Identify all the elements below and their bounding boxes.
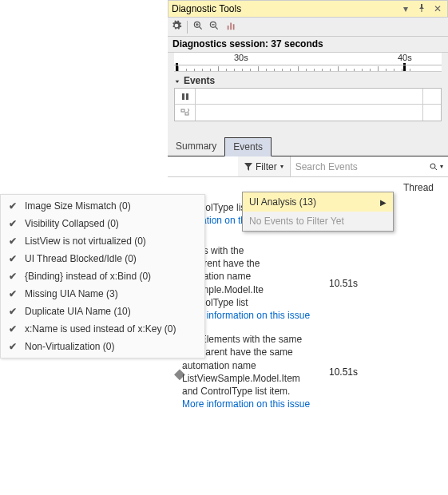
check-icon: ✔ [9, 200, 25, 212]
titlebar: Diagnostic Tools ▾ ✕ [168, 0, 448, 18]
analysis-check-item[interactable]: ✔Visibility Collapsed (0) [1, 215, 204, 232]
chevron-down-icon: ▾ [440, 163, 443, 170]
analysis-item-label: Missing UIA Name (3) [25, 288, 118, 299]
tab-events[interactable]: Events [224, 137, 272, 156]
close-icon[interactable]: ✕ [431, 3, 444, 14]
events-track-icon[interactable] [175, 105, 196, 121]
tab-summary[interactable]: Summary [168, 137, 224, 156]
analysis-item-label: x:Name is used instead of x:Key (0) [25, 323, 176, 335]
more-info-link[interactable]: More information on this issue [182, 398, 310, 410]
ruler-tick: 30s [234, 53, 248, 62]
analysis-item-label: UI Thread Blocked/Idle (0) [25, 253, 137, 264]
dropdown-icon[interactable]: ▾ [399, 3, 412, 14]
svg-rect-2 [228, 26, 229, 30]
check-icon: ✔ [9, 236, 25, 247]
gear-icon[interactable] [171, 20, 182, 34]
filter-icon [244, 163, 252, 171]
diagnostic-tools-panel: Diagnostic Tools ▾ ✕ Diagnostics session… [168, 0, 448, 495]
analysis-check-item[interactable]: ✔Non-Virtualization (0) [1, 338, 204, 355]
events-section-header[interactable]: Events [174, 75, 442, 86]
svg-rect-4 [233, 24, 235, 30]
analysis-check-item[interactable]: ✔Duplicate UIA Name (10) [1, 303, 204, 320]
analysis-check-item[interactable]: ✔Missing UIA Name (3) [1, 285, 204, 303]
pause-icon[interactable] [175, 89, 196, 104]
ruler-tick: 40s [398, 53, 412, 62]
svg-rect-8 [185, 113, 188, 115]
analysis-item-label: Visibility Collapsed (0) [25, 218, 119, 229]
search-button[interactable]: ▾ [424, 162, 448, 172]
chart-icon[interactable] [226, 20, 237, 34]
check-icon: ✔ [9, 323, 25, 335]
filter-menu-no-events: No Events to Filter Yet [243, 212, 393, 231]
analysis-check-item[interactable]: ✔{Binding} instead of x:Bind (0) [1, 267, 204, 285]
diamond-icon: ◆ [174, 365, 182, 410]
svg-rect-7 [181, 109, 184, 112]
chevron-down-icon: ▾ [280, 163, 283, 170]
filter-bar: Filter ▾ Search Events ▾ [168, 156, 448, 177]
analysis-check-item[interactable]: ✔Image Size Mismatch (0) [1, 197, 204, 215]
analysis-check-item[interactable]: ✔x:Name is used instead of x:Key (0) [1, 320, 204, 338]
panel-title: Diagnostic Tools [172, 3, 396, 14]
filter-menu-ui-analysis[interactable]: UI Analysis (13) ▶ [243, 192, 393, 212]
tab-strip: Summary Events [168, 137, 448, 156]
analysis-item-label: ListView is not virtualized (0) [25, 236, 146, 247]
svg-rect-3 [230, 23, 232, 30]
filter-label: Filter [256, 161, 277, 172]
zoom-out-icon[interactable] [208, 20, 220, 34]
session-label: Diagnostics session: 37 seconds [168, 37, 448, 53]
check-icon: ✔ [9, 253, 25, 264]
events-grid [174, 88, 442, 121]
timeline-ruler[interactable]: 30s 40s /*ticks*/ [174, 53, 442, 72]
analysis-item-label: Non-Virtualization (0) [25, 341, 115, 352]
analysis-submenu: ✔Image Size Mismatch (0)✔Visibility Coll… [0, 194, 205, 358]
search-input[interactable]: Search Events [291, 161, 424, 172]
filter-menu: UI Analysis (13) ▶ No Events to Filter Y… [242, 192, 394, 232]
zoom-in-icon[interactable] [192, 20, 204, 34]
svg-rect-5 [182, 93, 184, 100]
svg-point-9 [430, 164, 435, 168]
svg-rect-6 [186, 93, 188, 100]
pin-icon[interactable] [415, 3, 428, 14]
check-icon: ✔ [9, 288, 25, 299]
check-icon: ✔ [9, 306, 25, 317]
analysis-check-item[interactable]: ✔ListView is not virtualized (0) [1, 232, 204, 250]
event-time: 10.51s [329, 366, 358, 378]
check-icon: ✔ [9, 341, 25, 352]
analysis-item-label: Image Size Mismatch (0) [25, 200, 131, 212]
filter-button[interactable]: Filter ▾ [238, 156, 291, 176]
analysis-item-label: Duplicate UIA Name (10) [25, 306, 131, 317]
check-icon: ✔ [9, 271, 25, 282]
column-thread: Thread [403, 182, 434, 193]
analysis-item-label: {Binding} instead of x:Bind (0) [25, 271, 151, 282]
check-icon: ✔ [9, 218, 25, 229]
chevron-right-icon: ▶ [380, 198, 387, 207]
analysis-check-item[interactable]: ✔UI Thread Blocked/Idle (0) [1, 250, 204, 267]
toolbar [168, 18, 448, 37]
event-time: 10.51s [329, 278, 358, 289]
